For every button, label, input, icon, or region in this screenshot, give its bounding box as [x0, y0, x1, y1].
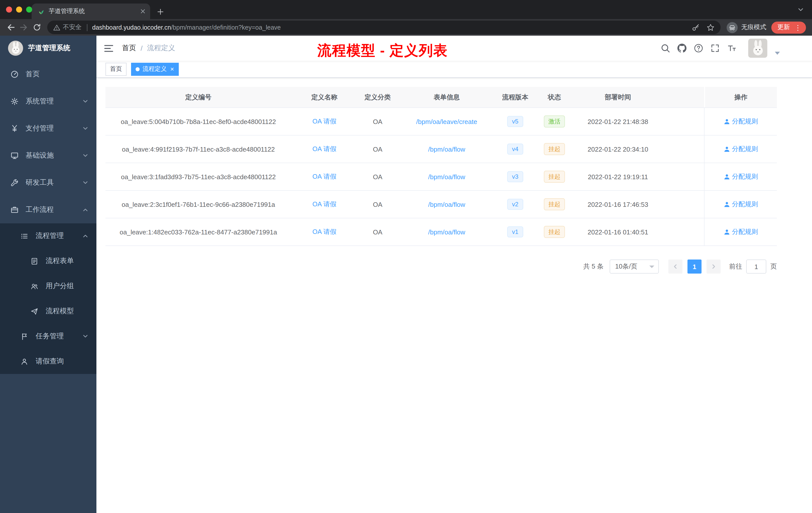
tab-search-chevron-icon[interactable] — [798, 6, 804, 13]
tag-label: 流程定义 — [143, 65, 167, 73]
tag-close-icon[interactable]: × — [170, 66, 174, 72]
top-navbar: 首页 / 流程定义 流程模型 - 定义列表 — [96, 36, 812, 61]
form-link[interactable]: /bpm/oa/flow — [428, 173, 465, 180]
definition-id-cell: oa_leave:5:004b710b-7b8a-11ec-8ef0-acde4… — [106, 108, 291, 135]
breadcrumb-separator: / — [141, 44, 143, 52]
fullscreen-icon[interactable] — [710, 44, 720, 53]
security-chip[interactable]: 不安全 — [53, 23, 82, 32]
active-tag-dot — [136, 67, 140, 71]
goto-page-input[interactable] — [746, 260, 766, 274]
list-icon — [20, 232, 29, 240]
page-unit-label: 页 — [770, 262, 777, 271]
sidebar-item-process-management[interactable]: 流程管理 — [0, 223, 96, 248]
sidebar-item-infrastructure[interactable]: 基础设施 — [0, 142, 96, 169]
assign-rule-link[interactable]: 分配规则 — [723, 200, 758, 209]
definition-category-cell: OA — [357, 135, 398, 163]
font-size-icon[interactable] — [727, 44, 736, 53]
password-key-icon[interactable] — [692, 24, 699, 31]
form-link[interactable]: /bpm/oa/flow — [428, 228, 465, 236]
sidebar-item-leave-query[interactable]: 请假查询 — [0, 349, 96, 374]
form-info-cell: /bpm/oa/flow — [398, 218, 496, 245]
omnibox-divider — [87, 24, 87, 31]
definition-name-link[interactable]: OA 请假 — [312, 117, 336, 126]
sidebar-item-task-management[interactable]: 任务管理 — [0, 324, 96, 349]
next-page-button[interactable] — [706, 260, 721, 274]
version-badge: v5 — [507, 116, 523, 127]
deploy-time-cell: 2022-01-16 01:40:51 — [574, 218, 662, 245]
sidebar-item-payment-management[interactable]: 支付管理 — [0, 115, 96, 142]
update-label: 更新 — [777, 23, 790, 32]
form-link[interactable]: /bpm/oa/flow — [428, 145, 465, 153]
version-badge: v1 — [507, 227, 523, 237]
form-info-cell: /bpm/oa/flow — [398, 191, 496, 218]
total-count-label: 共 5 条 — [583, 262, 604, 271]
minimize-window-button[interactable] — [16, 6, 22, 12]
tag-label: 首页 — [110, 65, 122, 73]
table-row: oa_leave:3:1fad3d93-7b75-11ec-a3c8-acde4… — [106, 163, 777, 191]
assign-rule-link[interactable]: 分配规则 — [723, 172, 758, 181]
sidebar-item-process-form[interactable]: 流程表单 — [0, 248, 96, 274]
new-tab-button[interactable] — [157, 8, 164, 15]
address-bar[interactable]: 不安全 dashboard.yudao.iocoder.cn/bpm/manag… — [47, 21, 721, 34]
assign-rule-link[interactable]: 分配规则 — [723, 228, 758, 236]
sidebar-item-dev-tools[interactable]: 研发工具 — [0, 169, 96, 196]
menu-label: 流程表单 — [46, 256, 74, 266]
menu-label: 支付管理 — [26, 124, 54, 133]
definition-name-link[interactable]: OA 请假 — [312, 228, 336, 236]
forward-button[interactable] — [17, 21, 30, 34]
reload-button[interactable] — [30, 21, 43, 34]
status-badge: 激活 — [544, 116, 565, 127]
page-number-button[interactable]: 1 — [688, 260, 701, 274]
update-button[interactable]: 更新 ⋮ — [771, 21, 806, 33]
action-cell: 分配规则 — [704, 163, 777, 190]
user-avatar[interactable] — [748, 39, 767, 58]
browser-tab[interactable]: 芋道管理系统 — [32, 3, 150, 19]
column-header-form: 表单信息 — [398, 87, 496, 108]
assign-rule-link[interactable]: 分配规则 — [723, 145, 758, 154]
form-link[interactable]: /bpm/oa/flow — [428, 201, 465, 208]
definition-category-cell: OA — [357, 163, 398, 190]
sidebar-item-system-management[interactable]: 系统管理 — [0, 88, 96, 115]
status-cell: 挂起 — [535, 135, 574, 163]
breadcrumb-home[interactable]: 首页 — [122, 44, 136, 53]
github-icon[interactable] — [677, 44, 687, 53]
definition-name-link[interactable]: OA 请假 — [312, 200, 336, 209]
assign-rule-link[interactable]: 分配规则 — [723, 117, 758, 126]
search-icon[interactable] — [661, 44, 670, 53]
chevron-down-icon — [82, 125, 88, 131]
help-icon[interactable] — [694, 44, 703, 53]
column-header-action: 操作 — [704, 87, 777, 108]
menu-label: 任务管理 — [36, 332, 64, 341]
browser-tab-strip: 芋道管理系统 — [0, 0, 812, 19]
table-body: oa_leave:5:004b710b-7b8a-11ec-8ef0-acde4… — [106, 108, 777, 246]
avatar-caret-icon[interactable] — [775, 52, 780, 55]
definition-name-link[interactable]: OA 请假 — [312, 145, 336, 154]
sidebar-item-user-group[interactable]: 用户分组 — [0, 274, 96, 299]
incognito-icon — [727, 22, 738, 33]
select-caret-icon — [649, 265, 654, 268]
back-button[interactable] — [4, 21, 17, 34]
definition-name-cell: OA 请假 — [291, 108, 357, 135]
prev-page-button[interactable] — [668, 260, 683, 274]
close-window-button[interactable] — [6, 6, 12, 12]
page-size-select[interactable]: 10条/页 — [610, 260, 659, 274]
zoom-window-button[interactable] — [26, 6, 32, 12]
sidebar-toggle-icon[interactable] — [104, 43, 114, 54]
tag-home[interactable]: 首页 — [106, 62, 126, 76]
sidebar-item-workflow[interactable]: 工作流程 — [0, 196, 96, 223]
assign-rule-label: 分配规则 — [732, 172, 758, 181]
monitor-icon — [10, 152, 19, 160]
browser-menu-icon[interactable]: ⋮ — [794, 24, 802, 31]
form-link[interactable]: /bpm/oa/leave/create — [416, 118, 477, 125]
table-row: oa_leave:4:991f2193-7b7f-11ec-a3c8-acde4… — [106, 135, 777, 163]
user-icon — [723, 229, 730, 235]
tag-process-definition[interactable]: 流程定义 × — [131, 62, 178, 76]
tab-close-icon[interactable] — [140, 8, 146, 14]
definition-name-link[interactable]: OA 请假 — [312, 172, 336, 181]
sidebar-item-home[interactable]: 首页 — [0, 61, 96, 88]
menu-label: 首页 — [26, 70, 40, 79]
bookmark-star-icon[interactable] — [706, 23, 715, 31]
sidebar-item-process-model[interactable]: 流程模型 — [0, 299, 96, 324]
status-cell: 挂起 — [535, 163, 574, 190]
spacer-cell — [662, 87, 704, 108]
